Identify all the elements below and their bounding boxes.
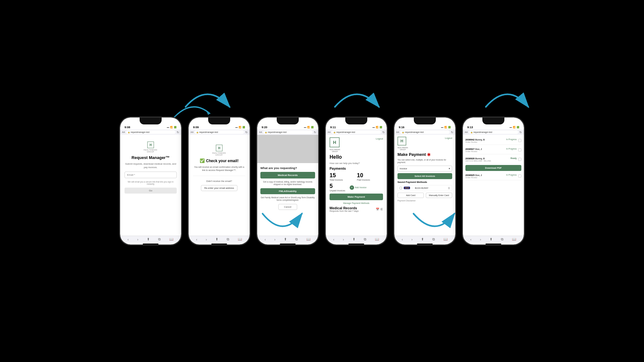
forward-icon[interactable]: › (137, 238, 138, 241)
share-icon-4[interactable]: ⬆ (353, 237, 355, 241)
filter-icon[interactable]: ⋿ (380, 208, 383, 211)
payment-subtitle: You can select one, multiple, or all of … (397, 159, 452, 164)
home-indicator-1 (143, 244, 158, 244)
phone-4-status-icons: ▪▪▪ 📶 🟩 (373, 126, 382, 129)
invoice-checkbox-4[interactable] (518, 174, 521, 178)
phone-2-url[interactable]: 🔒 requestmanager-test (195, 130, 244, 134)
phone-5: 9:16 ▪▪▪ 📶 🟩 AA 🔒 requestmanager-test ↻ (393, 117, 456, 245)
phone-6-bottom-bar: ‹ › ⬆ ⧉ 📖 (463, 236, 524, 243)
back-icon-3[interactable]: ‹ (265, 238, 266, 241)
refresh-icon-4[interactable]: ↻ (382, 131, 385, 134)
calendar-icon[interactable]: 📅 (376, 208, 379, 211)
logout-link-5[interactable]: Logout (445, 137, 452, 140)
bookmarks-icon[interactable]: 📖 (169, 237, 174, 241)
bookmarks-icon-4[interactable]: 📖 (375, 237, 379, 241)
invoice-row-1: 2038942 Bunny, B Under Review In Progres… (465, 137, 521, 145)
invoice-id-4: 2038925 Doe, J (465, 174, 506, 177)
tabs-icon-3[interactable]: ⧉ (295, 237, 298, 241)
phone-5-url[interactable]: 🔒 requestmanager-test (400, 130, 450, 134)
share-icon-6[interactable]: ⬆ (490, 237, 492, 241)
forward-icon-6[interactable]: › (480, 238, 481, 241)
refresh-icon[interactable]: ↻ (177, 131, 179, 134)
delete-card-icon[interactable]: 🗑 (448, 187, 450, 189)
tabs-icon-5[interactable]: ⧉ (432, 237, 435, 241)
wifi-icon-4: 📶 (376, 126, 379, 129)
phone-3-url[interactable]: 🔒 requestmanager-test (263, 130, 313, 134)
make-payment-button[interactable]: Make Payment (330, 194, 383, 200)
fmla-desc: Get Family Medical Leave Act or Short/Lo… (260, 196, 315, 202)
back-icon-2[interactable]: ‹ (196, 238, 197, 241)
phone-6-browser-bar: AA 🔒 requestmanager-test ↻ (463, 129, 524, 135)
tabs-icon-4[interactable]: ⧉ (364, 237, 366, 241)
email-input[interactable] (125, 172, 177, 178)
invoice-info-1: 2038942 Bunny, B Under Review (465, 138, 506, 143)
refresh-icon-5[interactable]: ↻ (451, 131, 453, 134)
lock-icon-2: 🔒 (196, 131, 198, 133)
refresh-icon-2[interactable]: ↻ (245, 131, 248, 134)
radio-button[interactable] (399, 187, 402, 189)
share-icon-5[interactable]: ⬆ (421, 237, 424, 241)
tabs-icon-6[interactable]: ⧉ (501, 237, 503, 241)
back-icon[interactable]: ‹ (128, 238, 129, 241)
phone-6-notch (482, 118, 504, 124)
make-payment-title-area: Make Payment ✱ (397, 152, 452, 157)
forward-icon-2[interactable]: › (206, 238, 207, 241)
phone-5-screen: 9:16 ▪▪▪ 📶 🟩 AA 🔒 requestmanager-test ↻ (394, 118, 455, 244)
phone-6-url[interactable]: 🔒 requestmanager-test (469, 130, 518, 134)
select-all-invoices-button[interactable]: Select All Invoices (397, 173, 452, 179)
phone-5-content: H HEALTHMARKGROUP Logout Make Payment ✱ … (394, 135, 455, 236)
invoice-dropdown[interactable]: Invoice ▾ (397, 166, 452, 172)
phone-5-browser-bar: AA 🔒 requestmanager-test ↻ (394, 129, 455, 135)
share-icon-3[interactable]: ⬆ (284, 237, 287, 241)
back-icon-6[interactable]: ‹ (470, 238, 472, 241)
payments-grid: 15 Total Invoices 10 Paid Invoices (330, 172, 383, 181)
resend-button[interactable]: Re-enter your email address (201, 185, 238, 191)
invoice-id-3: 2038926 Bunny, B (465, 157, 510, 160)
add-card-button[interactable]: Add Card (397, 193, 424, 198)
phone-3-content: What are you requesting? Medical Records… (257, 135, 318, 236)
refresh-icon-6[interactable]: ↻ (519, 131, 522, 134)
bookmarks-icon-5[interactable]: 📖 (443, 237, 448, 241)
aa-text-3: AA (259, 131, 262, 133)
manually-enter-card-button[interactable]: Manually Enter Card (426, 193, 452, 198)
bookmarks-icon-6[interactable]: 📖 (512, 237, 516, 241)
bookmarks-icon-3[interactable]: 📖 (306, 237, 311, 241)
invoice-row-2: 2038927 Doe, J Under Review In Progress (465, 146, 521, 154)
bookmarks-icon-2[interactable]: 📖 (238, 237, 242, 241)
phone-4-url[interactable]: 🔒 requestmanager-test (332, 130, 381, 134)
add-invoice-btn[interactable]: + Add Invoice (350, 185, 367, 190)
wifi-icon: 📶 (170, 126, 173, 129)
home-indicator-2 (211, 244, 227, 244)
share-icon-2[interactable]: ⬆ (215, 237, 218, 241)
payment-method-row: VISA ··· BUGS BUNNY 🗑 (397, 185, 452, 191)
svg-text:H: H (401, 139, 403, 143)
download-pdf-button[interactable]: Download PDF (465, 165, 521, 171)
svg-text:H: H (333, 140, 336, 145)
check-email-header: ✅ Check your email! (200, 158, 238, 163)
phone-4-browser-bar: AA 🔒 requestmanager-test ↻ (326, 129, 387, 135)
cancel-button[interactable]: Cancel (278, 204, 297, 210)
forward-icon-5[interactable]: › (411, 238, 413, 241)
phone-3: 9:20 ▪▪▪ 📶 🟩 AA 🔒 requestmanager-test ↻ (256, 117, 319, 245)
go-button[interactable]: Go (125, 188, 177, 194)
invoice-checkbox-2[interactable] (518, 148, 521, 151)
refresh-icon-3[interactable]: ↻ (314, 131, 316, 134)
phone-1-time: 9:08 (125, 126, 130, 129)
back-icon-4[interactable]: ‹ (333, 238, 335, 241)
tabs-icon[interactable]: ⧉ (158, 237, 161, 241)
forward-icon-4[interactable]: › (343, 238, 344, 241)
invoice-status-4: In Progress (506, 174, 517, 176)
invoice-checkbox-3[interactable] (518, 158, 521, 161)
forward-icon-3[interactable]: › (274, 238, 275, 241)
manage-payment-methods[interactable]: Manage Payment Methods (330, 202, 383, 204)
share-icon[interactable]: ⬆ (147, 237, 150, 241)
phone-6-time: 9:13 (467, 126, 473, 129)
back-icon-5[interactable]: ‹ (402, 238, 403, 241)
phone-6-content: 2038942 Bunny, B Under Review In Progres… (463, 135, 524, 236)
medical-records-button[interactable]: Medical Records (260, 172, 315, 178)
logout-link-4[interactable]: Logout (376, 137, 383, 140)
fmla-button[interactable]: FMLA/Disability (260, 188, 315, 194)
tabs-icon-2[interactable]: ⧉ (227, 237, 229, 241)
phone-1-url[interactable]: 🔒 requestmanager-test (126, 130, 175, 134)
invoice-checkbox-1[interactable] (518, 139, 521, 142)
